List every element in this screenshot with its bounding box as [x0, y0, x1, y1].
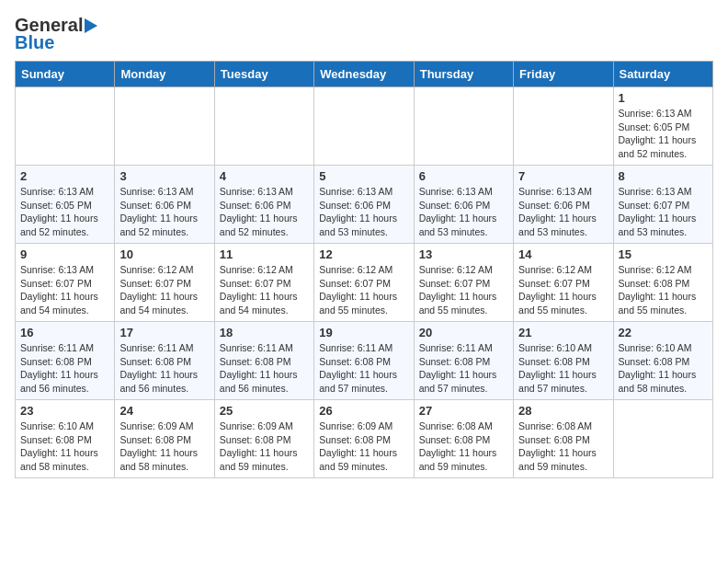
day-number: 19: [319, 326, 408, 339]
calendar-week-3: 9Sunrise: 6:13 AM Sunset: 6:07 PM Daylig…: [16, 244, 713, 322]
day-info: Sunrise: 6:09 AM Sunset: 6:08 PM Dayligh…: [119, 419, 209, 474]
col-header-friday: Friday: [514, 62, 613, 87]
day-info: Sunrise: 6:11 AM Sunset: 6:08 PM Dayligh…: [220, 341, 309, 396]
col-header-wednesday: Wednesday: [314, 62, 414, 87]
calendar-cell: 28Sunrise: 6:08 AM Sunset: 6:08 PM Dayli…: [514, 400, 613, 478]
day-info: Sunrise: 6:12 AM Sunset: 6:07 PM Dayligh…: [119, 263, 209, 317]
day-number: 5: [319, 169, 408, 183]
calendar-cell: 24Sunrise: 6:09 AM Sunset: 6:08 PM Dayli…: [115, 400, 214, 478]
calendar-header-row: SundayMondayTuesdayWednesdayThursdayFrid…: [16, 62, 713, 87]
day-info: Sunrise: 6:13 AM Sunset: 6:06 PM Dayligh…: [119, 185, 209, 239]
day-number: 21: [518, 326, 608, 339]
calendar-cell: 2Sunrise: 6:13 AM Sunset: 6:05 PM Daylig…: [16, 166, 115, 244]
day-info: Sunrise: 6:13 AM Sunset: 6:06 PM Dayligh…: [319, 185, 408, 239]
day-info: Sunrise: 6:11 AM Sunset: 6:08 PM Dayligh…: [20, 341, 109, 396]
day-number: 11: [220, 247, 309, 261]
day-info: Sunrise: 6:13 AM Sunset: 6:05 PM Dayligh…: [619, 107, 708, 161]
calendar-cell: 12Sunrise: 6:12 AM Sunset: 6:07 PM Dayli…: [314, 244, 414, 322]
calendar-cell: 20Sunrise: 6:11 AM Sunset: 6:08 PM Dayli…: [414, 322, 513, 400]
day-number: 23: [20, 404, 109, 418]
day-number: 1: [619, 91, 708, 105]
day-number: 8: [619, 169, 708, 183]
day-info: Sunrise: 6:10 AM Sunset: 6:08 PM Dayligh…: [518, 341, 608, 396]
day-info: Sunrise: 6:12 AM Sunset: 6:07 PM Dayligh…: [518, 263, 608, 317]
day-number: 22: [619, 326, 708, 339]
day-info: Sunrise: 6:11 AM Sunset: 6:08 PM Dayligh…: [319, 341, 408, 396]
day-number: 3: [119, 169, 209, 183]
day-info: Sunrise: 6:09 AM Sunset: 6:08 PM Dayligh…: [220, 419, 309, 474]
calendar-cell: 6Sunrise: 6:13 AM Sunset: 6:06 PM Daylig…: [414, 166, 513, 244]
calendar-cell: 23Sunrise: 6:10 AM Sunset: 6:08 PM Dayli…: [16, 400, 115, 478]
day-info: Sunrise: 6:13 AM Sunset: 6:05 PM Dayligh…: [20, 185, 109, 239]
day-number: 4: [220, 169, 309, 183]
calendar-cell: 16Sunrise: 6:11 AM Sunset: 6:08 PM Dayli…: [16, 322, 115, 400]
day-number: 25: [220, 404, 309, 418]
day-number: 27: [419, 404, 508, 418]
calendar-cell: [16, 87, 115, 166]
calendar-cell: 27Sunrise: 6:08 AM Sunset: 6:08 PM Dayli…: [414, 400, 513, 478]
calendar-cell: [414, 87, 513, 166]
day-number: 20: [419, 326, 508, 339]
day-number: 24: [119, 404, 209, 418]
calendar-cell: 22Sunrise: 6:10 AM Sunset: 6:08 PM Dayli…: [613, 322, 712, 400]
calendar-cell: [115, 87, 214, 166]
day-info: Sunrise: 6:13 AM Sunset: 6:07 PM Dayligh…: [20, 263, 109, 317]
calendar-cell: 15Sunrise: 6:12 AM Sunset: 6:08 PM Dayli…: [613, 244, 712, 322]
calendar-week-5: 23Sunrise: 6:10 AM Sunset: 6:08 PM Dayli…: [16, 400, 713, 478]
calendar-cell: 11Sunrise: 6:12 AM Sunset: 6:07 PM Dayli…: [214, 244, 313, 322]
calendar-cell: 7Sunrise: 6:13 AM Sunset: 6:06 PM Daylig…: [514, 166, 613, 244]
day-number: 14: [518, 247, 608, 261]
day-number: 2: [20, 169, 109, 183]
calendar-cell: [214, 87, 313, 166]
calendar-cell: 5Sunrise: 6:13 AM Sunset: 6:06 PM Daylig…: [314, 166, 414, 244]
day-info: Sunrise: 6:13 AM Sunset: 6:06 PM Dayligh…: [419, 185, 508, 239]
day-info: Sunrise: 6:12 AM Sunset: 6:08 PM Dayligh…: [619, 263, 708, 317]
day-number: 16: [20, 326, 109, 339]
day-info: Sunrise: 6:09 AM Sunset: 6:08 PM Dayligh…: [319, 419, 408, 474]
col-header-tuesday: Tuesday: [214, 62, 313, 87]
day-number: 12: [319, 247, 408, 261]
logo-arrow-icon: [85, 18, 97, 33]
calendar-cell: 21Sunrise: 6:10 AM Sunset: 6:08 PM Dayli…: [514, 322, 613, 400]
day-number: 17: [119, 326, 209, 339]
day-info: Sunrise: 6:12 AM Sunset: 6:07 PM Dayligh…: [319, 263, 408, 317]
calendar-cell: 19Sunrise: 6:11 AM Sunset: 6:08 PM Dayli…: [314, 322, 414, 400]
day-info: Sunrise: 6:13 AM Sunset: 6:06 PM Dayligh…: [220, 185, 309, 239]
calendar-cell: 17Sunrise: 6:11 AM Sunset: 6:08 PM Dayli…: [115, 322, 214, 400]
col-header-sunday: Sunday: [16, 62, 115, 87]
calendar-cell: 18Sunrise: 6:11 AM Sunset: 6:08 PM Dayli…: [214, 322, 313, 400]
day-info: Sunrise: 6:11 AM Sunset: 6:08 PM Dayligh…: [419, 341, 508, 396]
calendar-cell: [314, 87, 414, 166]
day-info: Sunrise: 6:12 AM Sunset: 6:07 PM Dayligh…: [220, 263, 309, 317]
calendar-week-2: 2Sunrise: 6:13 AM Sunset: 6:05 PM Daylig…: [16, 166, 713, 244]
day-number: 15: [619, 247, 708, 261]
day-info: Sunrise: 6:12 AM Sunset: 6:07 PM Dayligh…: [419, 263, 508, 317]
calendar-week-1: 1Sunrise: 6:13 AM Sunset: 6:05 PM Daylig…: [16, 87, 713, 166]
col-header-monday: Monday: [115, 62, 214, 87]
day-number: 26: [319, 404, 408, 418]
col-header-saturday: Saturday: [613, 62, 712, 87]
day-number: 18: [220, 326, 309, 339]
calendar-cell: 3Sunrise: 6:13 AM Sunset: 6:06 PM Daylig…: [115, 166, 214, 244]
calendar-week-4: 16Sunrise: 6:11 AM Sunset: 6:08 PM Dayli…: [16, 322, 713, 400]
calendar-table: SundayMondayTuesdayWednesdayThursdayFrid…: [15, 61, 713, 478]
day-info: Sunrise: 6:13 AM Sunset: 6:07 PM Dayligh…: [619, 185, 708, 239]
day-info: Sunrise: 6:08 AM Sunset: 6:08 PM Dayligh…: [518, 419, 608, 474]
calendar-cell: 1Sunrise: 6:13 AM Sunset: 6:05 PM Daylig…: [613, 87, 712, 166]
calendar-cell: 8Sunrise: 6:13 AM Sunset: 6:07 PM Daylig…: [613, 166, 712, 244]
day-info: Sunrise: 6:10 AM Sunset: 6:08 PM Dayligh…: [20, 419, 109, 474]
logo: General Blue: [15, 15, 97, 53]
calendar-cell: 25Sunrise: 6:09 AM Sunset: 6:08 PM Dayli…: [214, 400, 313, 478]
calendar-cell: [514, 87, 613, 166]
col-header-thursday: Thursday: [414, 62, 513, 87]
day-number: 28: [518, 404, 608, 418]
day-info: Sunrise: 6:11 AM Sunset: 6:08 PM Dayligh…: [119, 341, 209, 396]
day-number: 13: [419, 247, 508, 261]
calendar-cell: 10Sunrise: 6:12 AM Sunset: 6:07 PM Dayli…: [115, 244, 214, 322]
calendar-cell: 26Sunrise: 6:09 AM Sunset: 6:08 PM Dayli…: [314, 400, 414, 478]
logo-blue: Blue: [15, 32, 54, 53]
calendar-cell: 4Sunrise: 6:13 AM Sunset: 6:06 PM Daylig…: [214, 166, 313, 244]
calendar-cell: 14Sunrise: 6:12 AM Sunset: 6:07 PM Dayli…: [514, 244, 613, 322]
day-info: Sunrise: 6:08 AM Sunset: 6:08 PM Dayligh…: [419, 419, 508, 474]
day-info: Sunrise: 6:13 AM Sunset: 6:06 PM Dayligh…: [518, 185, 608, 239]
